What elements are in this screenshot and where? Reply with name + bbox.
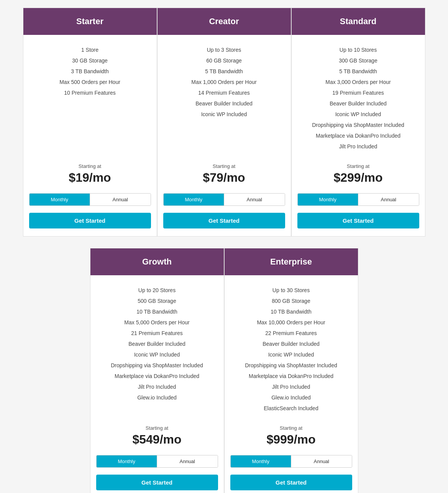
monthly-button[interactable]: Monthly <box>164 194 224 205</box>
standard-price-section: Starting at$299/mo <box>292 158 425 189</box>
annual-button[interactable]: Annual <box>224 194 285 205</box>
row-bottom: GrowthUp to 20 Stores500 GB Storage10 TB… <box>21 248 427 493</box>
annual-button[interactable]: Annual <box>90 194 151 205</box>
feature-item: 21 Premium Features <box>96 328 218 339</box>
feature-item: Jilt Pro Included <box>96 381 218 392</box>
annual-button[interactable]: Annual <box>291 455 352 467</box>
feature-item: Marketplace via DokanPro Included <box>297 130 419 141</box>
feature-item: Iconic WP Included <box>163 109 285 120</box>
price-value: $19/mo <box>29 171 151 185</box>
card-creator: CreatorUp to 3 Stores60 GB Storage5 TB B… <box>157 8 291 237</box>
monthly-button[interactable]: Monthly <box>30 194 90 205</box>
standard-get-started-button[interactable]: Get Started <box>297 213 419 228</box>
standard-features: Up to 10 Stores300 GB Storage5 TB Bandwi… <box>292 35 425 158</box>
starting-at-label: Starting at <box>163 163 285 169</box>
creator-billing-toggle: MonthlyAnnual <box>163 193 285 206</box>
creator-header: Creator <box>158 8 291 35</box>
feature-item: 60 GB Storage <box>163 55 285 66</box>
monthly-button[interactable]: Monthly <box>298 194 358 205</box>
price-value: $999/mo <box>230 432 352 447</box>
feature-item: Iconic WP Included <box>230 349 352 360</box>
starter-header: Starter <box>23 8 157 35</box>
annual-button[interactable]: Annual <box>358 194 419 205</box>
growth-features: Up to 20 Stores500 GB Storage10 TB Bandw… <box>90 275 224 419</box>
creator-features: Up to 3 Stores60 GB Storage5 TB Bandwidt… <box>158 35 291 158</box>
card-enterprise: EnterpriseUp to 30 Stores800 GB Storage1… <box>224 248 358 493</box>
feature-item: 22 Premium Features <box>230 328 352 339</box>
feature-item: Beaver Builder Included <box>96 339 218 349</box>
row-top: Starter1 Store30 GB Storage3 TB Bandwidt… <box>21 8 427 237</box>
feature-item: 10 Premium Features <box>29 87 151 98</box>
starting-at-label: Starting at <box>230 425 352 431</box>
growth-price-section: Starting at$549/mo <box>90 419 224 450</box>
feature-item: Marketplace via DokanPro Included <box>96 371 218 381</box>
starting-at-label: Starting at <box>29 163 151 169</box>
creator-get-started-button[interactable]: Get Started <box>163 213 285 228</box>
starter-billing-toggle: MonthlyAnnual <box>29 193 151 206</box>
feature-item: 19 Premium Features <box>297 87 419 98</box>
growth-header: Growth <box>90 248 224 275</box>
feature-item: Beaver Builder Included <box>297 98 419 109</box>
feature-item: Marketplace via DokanPro Included <box>230 371 352 381</box>
card-standard: StandardUp to 10 Stores300 GB Storage5 T… <box>291 8 425 237</box>
feature-item: Max 5,000 Orders per Hour <box>96 317 218 328</box>
pricing-wrapper: Starter1 Store30 GB Storage3 TB Bandwidt… <box>21 8 427 493</box>
growth-get-started-button[interactable]: Get Started <box>96 475 218 490</box>
feature-item: ElasticSearch Included <box>230 403 352 414</box>
feature-item: 500 GB Storage <box>96 296 218 306</box>
feature-item: 1 Store <box>29 44 151 55</box>
feature-item: Dropshipping via ShopMaster Included <box>297 120 419 130</box>
feature-item: 10 TB Bandwidth <box>230 306 352 317</box>
feature-item: 800 GB Storage <box>230 296 352 306</box>
enterprise-features: Up to 30 Stores800 GB Storage10 TB Bandw… <box>225 275 358 419</box>
feature-item: Max 3,000 Orders per Hour <box>297 77 419 87</box>
feature-item: Up to 20 Stores <box>96 285 218 296</box>
feature-item: Iconic WP Included <box>96 349 218 360</box>
creator-price-section: Starting at$79/mo <box>158 158 291 189</box>
feature-item: 5 TB Bandwidth <box>297 66 419 77</box>
starting-at-label: Starting at <box>297 163 419 169</box>
feature-item: Dropshipping via ShopMaster Included <box>230 360 352 371</box>
feature-item: Glew.io Included <box>96 392 218 403</box>
feature-item: Max 10,000 Orders per Hour <box>230 317 352 328</box>
feature-item: Beaver Builder Included <box>230 339 352 349</box>
feature-item: Iconic WP Included <box>297 109 419 120</box>
growth-billing-toggle: MonthlyAnnual <box>96 455 218 468</box>
price-value: $549/mo <box>96 432 218 447</box>
feature-item: Max 500 Orders per Hour <box>29 77 151 87</box>
card-growth: GrowthUp to 20 Stores500 GB Storage10 TB… <box>90 248 224 493</box>
feature-item: Beaver Builder Included <box>163 98 285 109</box>
price-value: $299/mo <box>297 171 419 185</box>
starting-at-label: Starting at <box>96 425 218 431</box>
feature-item: 14 Premium Features <box>163 87 285 98</box>
enterprise-header: Enterprise <box>225 248 358 275</box>
price-value: $79/mo <box>163 171 285 185</box>
feature-item: 300 GB Storage <box>297 55 419 66</box>
standard-header: Standard <box>292 8 425 35</box>
standard-billing-toggle: MonthlyAnnual <box>297 193 419 206</box>
starter-features: 1 Store30 GB Storage3 TB BandwidthMax 50… <box>23 35 157 158</box>
starter-price-section: Starting at$19/mo <box>23 158 157 189</box>
monthly-button[interactable]: Monthly <box>231 455 291 467</box>
starter-get-started-button[interactable]: Get Started <box>29 213 151 228</box>
feature-item: Max 1,000 Orders per Hour <box>163 77 285 87</box>
annual-button[interactable]: Annual <box>157 455 218 467</box>
feature-item: Up to 30 Stores <box>230 285 352 296</box>
feature-item: Up to 3 Stores <box>163 44 285 55</box>
feature-item: 5 TB Bandwidth <box>163 66 285 77</box>
feature-item: Glew.io Included <box>230 392 352 403</box>
feature-item: 3 TB Bandwidth <box>29 66 151 77</box>
enterprise-price-section: Starting at$999/mo <box>225 419 358 450</box>
enterprise-get-started-button[interactable]: Get Started <box>230 475 352 490</box>
feature-item: 10 TB Bandwidth <box>96 306 218 317</box>
card-starter: Starter1 Store30 GB Storage3 TB Bandwidt… <box>23 8 157 237</box>
feature-item: 30 GB Storage <box>29 55 151 66</box>
enterprise-billing-toggle: MonthlyAnnual <box>230 455 352 468</box>
monthly-button[interactable]: Monthly <box>97 455 157 467</box>
feature-item: Jilt Pro Included <box>297 141 419 152</box>
feature-item: Jilt Pro Included <box>230 381 352 392</box>
feature-item: Up to 10 Stores <box>297 44 419 55</box>
feature-item: Dropshipping via ShopMaster Included <box>96 360 218 371</box>
